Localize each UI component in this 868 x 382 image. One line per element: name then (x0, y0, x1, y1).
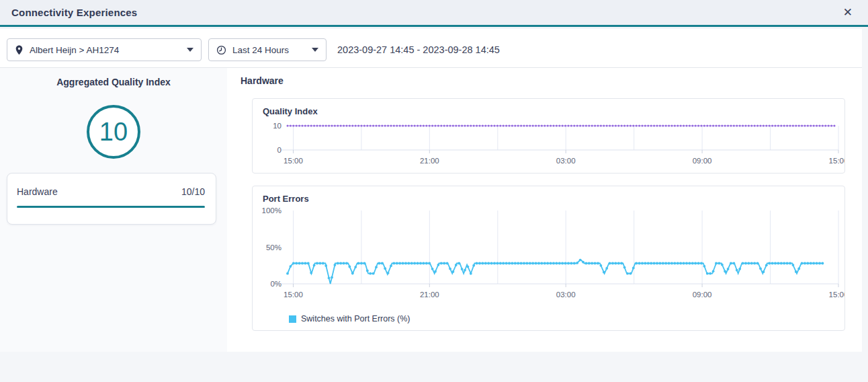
svg-text:21:00: 21:00 (420, 291, 439, 299)
filter-bar: Albert Heijn > AH1274 Last 24 Hours 2023… (0, 29, 862, 68)
aggregated-score-badge: 10 (87, 105, 140, 159)
summary-title: Aggregated Quality Index (0, 68, 227, 87)
time-range-value: Last 24 Hours (232, 45, 289, 55)
port-errors-chart-card: Port Errors 15:0021:0003:0009:0015:00100… (252, 186, 845, 331)
quality-index-chart[interactable]: 15:0021:0003:0009:0015:00100 (253, 115, 844, 174)
chart-legend-item[interactable]: Switches with Port Errors (%) (289, 314, 410, 323)
section-title-hardware: Hardware (241, 75, 284, 86)
port-errors-chart-title: Port Errors (253, 186, 844, 204)
quality-index-chart-title: Quality Index (253, 99, 844, 116)
hardware-score-card[interactable]: Hardware 10/10 (7, 173, 216, 225)
port-errors-chart[interactable]: 15:0021:0003:0009:0015:00100%50%0% (253, 202, 844, 305)
svg-text:15:00: 15:00 (284, 291, 303, 299)
dialog-title: Connectivity Experiences (11, 7, 137, 18)
svg-text:09:00: 09:00 (693, 291, 712, 299)
aggregated-score-value: 10 (99, 118, 128, 147)
legend-label: Switches with Port Errors (%) (301, 314, 410, 323)
date-range-text: 2023-09-27 14:45 - 2023-09-28 14:45 (337, 38, 500, 61)
category-label: Hardware (17, 186, 58, 197)
category-score: 10/10 (181, 186, 205, 197)
svg-text:15:00: 15:00 (829, 157, 844, 165)
svg-text:15:00: 15:00 (829, 291, 844, 299)
svg-text:50%: 50% (266, 243, 281, 252)
svg-text:10: 10 (273, 122, 281, 130)
svg-text:0: 0 (277, 146, 281, 154)
score-progress-track (17, 206, 205, 208)
location-pin-icon (15, 45, 24, 55)
chevron-down-icon (312, 48, 318, 52)
svg-text:0%: 0% (270, 280, 281, 288)
score-progress-bar (17, 206, 205, 208)
svg-text:09:00: 09:00 (693, 157, 712, 165)
dialog-body: Albert Heijn > AH1274 Last 24 Hours 2023… (0, 29, 862, 352)
chevron-down-icon (187, 48, 193, 52)
close-button[interactable]: ✕ (839, 5, 857, 20)
svg-text:03:00: 03:00 (556, 157, 576, 165)
svg-text:15:00: 15:00 (284, 157, 303, 165)
time-range-selector[interactable]: Last 24 Hours (208, 38, 327, 61)
summary-panel: Aggregated Quality Index 10 Hardware 10/… (0, 68, 227, 352)
clock-icon (216, 45, 226, 55)
close-icon: ✕ (843, 6, 853, 19)
svg-text:21:00: 21:00 (420, 157, 439, 165)
quality-index-chart-card: Quality Index 15:0021:0003:0009:0015:001… (252, 98, 845, 174)
legend-swatch (289, 315, 296, 323)
dialog-header: Connectivity Experiences ✕ (0, 0, 868, 27)
site-selector-value: Albert Heijn > AH1274 (30, 45, 119, 55)
svg-text:03:00: 03:00 (556, 291, 576, 299)
site-selector[interactable]: Albert Heijn > AH1274 (7, 38, 202, 61)
svg-text:100%: 100% (262, 206, 281, 215)
